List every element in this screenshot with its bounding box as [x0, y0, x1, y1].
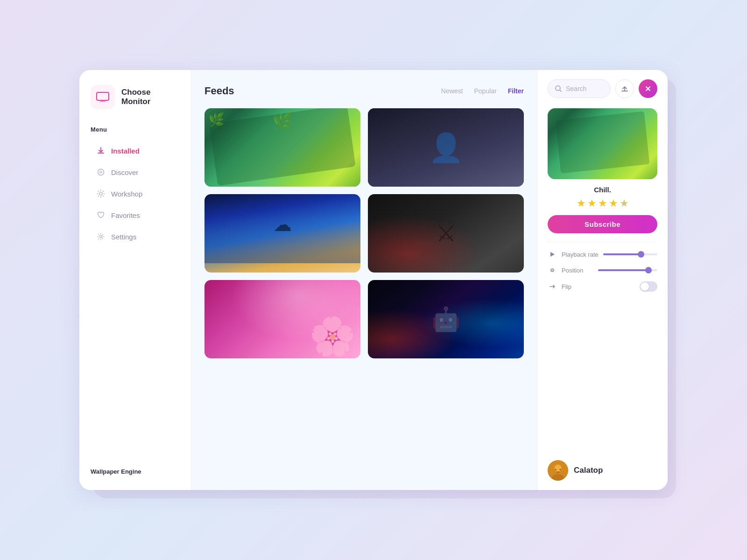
sidebar-item-favorites[interactable]: Favorites: [91, 206, 180, 224]
app-container: Choose Monitor Menu Installed: [79, 70, 668, 490]
menu-label: Menu: [91, 126, 180, 133]
sidebar-item-workshop[interactable]: Workshop: [91, 184, 180, 203]
heart-icon: [96, 210, 106, 220]
divider: [548, 242, 657, 242]
play-icon: [548, 250, 557, 259]
favorites-label: Favorites: [111, 211, 140, 219]
flip-toggle[interactable]: [640, 281, 657, 292]
star-3: ★: [598, 197, 607, 210]
star-2: ★: [587, 197, 597, 210]
svg-rect-2: [99, 102, 106, 103]
wallpaper-card-5[interactable]: 🌸: [204, 280, 360, 358]
star-rating: ★ ★ ★ ★ ★: [548, 197, 657, 210]
star-5: ★: [620, 197, 629, 210]
nav-list: Installed Discover: [91, 141, 180, 459]
sidebar-footer: Wallpaper Engine: [91, 459, 180, 475]
position-label: Position: [562, 267, 593, 274]
preview-image: [548, 108, 657, 179]
feeds-header: Feeds Newest Popular Filter: [204, 85, 524, 97]
svg-point-10: [552, 270, 553, 271]
main-content: Feeds Newest Popular Filter 🌿 👤: [191, 70, 537, 490]
star-4: ★: [609, 197, 618, 210]
settings-label: Settings: [111, 233, 136, 241]
workshop-icon: [96, 189, 106, 198]
svg-rect-1: [100, 100, 105, 102]
user-row: Calatop: [548, 454, 657, 481]
wallpaper-grid: 🌿 👤 ☁: [204, 108, 524, 358]
upload-button[interactable]: [615, 79, 634, 98]
right-header: Search: [548, 79, 657, 98]
flip-icon: [548, 282, 557, 291]
filter-newest[interactable]: Newest: [441, 87, 463, 95]
playback-label: Playback rate: [562, 251, 599, 258]
discover-label: Discover: [111, 168, 138, 176]
sidebar-item-discover[interactable]: Discover: [91, 163, 180, 182]
brand-title: Choose Monitor: [121, 88, 150, 107]
filter-popular[interactable]: Popular: [474, 87, 497, 95]
app-wrapper: Choose Monitor Menu Installed: [79, 70, 668, 490]
svg-rect-15: [556, 471, 560, 473]
flip-control: Flip: [548, 281, 657, 292]
svg-point-16: [555, 469, 557, 470]
playback-rate-control: Playback rate: [548, 250, 657, 259]
sidebar: Choose Monitor Menu Installed: [79, 70, 191, 490]
svg-point-6: [100, 236, 102, 238]
svg-rect-0: [97, 92, 109, 100]
filter-filter[interactable]: Filter: [508, 87, 524, 95]
svg-point-5: [99, 192, 102, 195]
flip-label: Flip: [562, 283, 593, 290]
brand-icon: [91, 85, 115, 109]
star-1: ★: [577, 197, 586, 210]
search-bar[interactable]: Search: [548, 79, 611, 98]
brand-area: Choose Monitor: [91, 85, 180, 109]
wallpaper-card-4[interactable]: ⚔: [368, 194, 524, 273]
username: Calatop: [574, 466, 603, 475]
sidebar-item-settings[interactable]: Settings: [91, 227, 180, 246]
download-icon: [96, 146, 106, 155]
subscribe-button[interactable]: Subscribe: [548, 215, 657, 233]
svg-point-4: [100, 171, 102, 173]
user-avatar: [548, 460, 568, 481]
position-icon: [548, 266, 557, 275]
search-text: Search: [566, 85, 586, 92]
preview-card: [548, 108, 657, 179]
feeds-title: Feeds: [204, 85, 234, 97]
svg-point-3: [98, 169, 104, 175]
position-control: Position: [548, 266, 657, 275]
wallpaper-card-3[interactable]: ☁: [204, 194, 360, 273]
wallpaper-card-6[interactable]: 🤖: [368, 280, 524, 358]
right-panel: Search: [537, 70, 668, 490]
workshop-label: Workshop: [111, 190, 142, 198]
close-button[interactable]: [639, 79, 657, 98]
svg-marker-8: [550, 252, 555, 257]
discover-icon: [96, 168, 106, 177]
playback-slider[interactable]: [603, 253, 657, 255]
wallpaper-card-2[interactable]: 👤: [368, 108, 524, 187]
position-slider[interactable]: [598, 269, 657, 271]
wallpaper-card-1[interactable]: 🌿: [204, 108, 360, 187]
wallpaper-name: Chill.: [548, 186, 657, 194]
svg-point-14: [555, 465, 561, 472]
svg-point-17: [560, 469, 561, 470]
installed-label: Installed: [111, 147, 140, 155]
settings-icon: [96, 232, 106, 241]
search-icon: [555, 85, 562, 92]
sidebar-item-installed[interactable]: Installed: [91, 141, 180, 160]
toggle-knob: [641, 282, 649, 291]
